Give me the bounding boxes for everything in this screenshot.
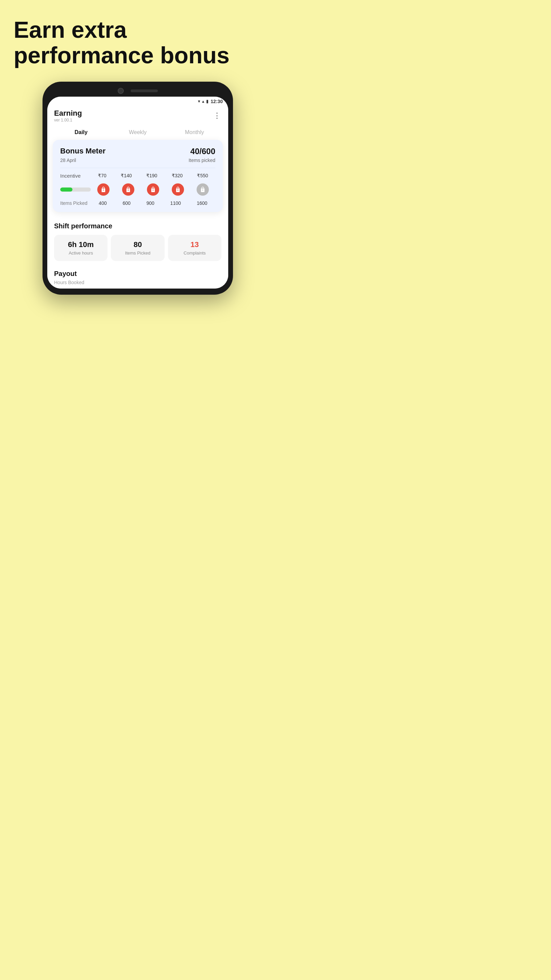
perf-items-label: Items Picked bbox=[115, 250, 160, 256]
phone-mockup: ▾ ▴ ▮ 12:30 Earning ver 1.00.1 ⋮ Daily bbox=[0, 82, 275, 295]
perf-complaints-value: 13 bbox=[172, 240, 218, 249]
phone-camera bbox=[118, 88, 124, 94]
payout-title: Payout bbox=[54, 270, 221, 278]
phone-screen: ▾ ▴ ▮ 12:30 Earning ver 1.00.1 ⋮ Daily bbox=[47, 97, 228, 288]
payout-subtitle: Hours Booked bbox=[54, 280, 221, 285]
bonus-divider bbox=[60, 168, 215, 168]
menu-dots-icon[interactable]: ⋮ bbox=[213, 111, 221, 120]
perf-complaints-label: Complaints bbox=[172, 250, 218, 256]
incentive-val-4: ₹550 bbox=[197, 173, 208, 178]
hero-section: Earn extra performance bonus bbox=[0, 0, 275, 78]
shift-performance-title: Shift performance bbox=[54, 222, 221, 230]
bonus-date: 28 April bbox=[60, 158, 76, 163]
perf-items-value: 80 bbox=[115, 240, 160, 249]
bonus-card-header: Bonus Meter 40/600 bbox=[60, 147, 215, 156]
app-title: Earning bbox=[54, 109, 82, 118]
lock-icon-4 bbox=[172, 183, 184, 196]
signal-icon: ▴ bbox=[202, 99, 205, 104]
hero-headline: Earn extra performance bonus bbox=[14, 17, 262, 68]
items-picked-val-3: 1100 bbox=[170, 200, 181, 206]
items-picked-row: Items Picked 400 600 900 1100 1600 bbox=[60, 200, 215, 206]
lock-icon-5 bbox=[197, 183, 209, 196]
app-version: ver 1.00.1 bbox=[54, 118, 82, 123]
status-bar: ▾ ▴ ▮ 12:30 bbox=[47, 97, 228, 105]
items-picked-val-0: 400 bbox=[98, 200, 106, 206]
incentive-val-0: ₹70 bbox=[98, 173, 106, 178]
phone-outer: ▾ ▴ ▮ 12:30 Earning ver 1.00.1 ⋮ Daily bbox=[43, 82, 233, 295]
phone-notch bbox=[47, 88, 228, 94]
bonus-count: 40/600 bbox=[191, 147, 215, 156]
lock-icon-3 bbox=[147, 183, 159, 196]
app-header: Earning ver 1.00.1 ⋮ bbox=[47, 105, 228, 125]
bonus-items-label: Items picked bbox=[189, 158, 215, 163]
incentive-values: ₹70 ₹140 ₹190 ₹320 ₹550 bbox=[91, 173, 215, 178]
progress-row bbox=[60, 183, 215, 196]
payout-section: Payout Hours Booked bbox=[47, 264, 228, 288]
perf-card-complaints: 13 Complaints bbox=[168, 235, 221, 261]
shift-performance-section: Shift performance 6h 10m Active hours 80… bbox=[47, 216, 228, 264]
progress-bar-fill bbox=[60, 188, 73, 192]
incentive-val-1: ₹140 bbox=[121, 173, 132, 178]
wifi-icon: ▾ bbox=[198, 99, 200, 104]
items-picked-label: Items Picked bbox=[60, 200, 91, 206]
lock-icon-2 bbox=[122, 183, 134, 196]
lock-icon-1 bbox=[97, 183, 110, 196]
bonus-card-wrapper: Bonus Meter 40/600 28 April Items picked… bbox=[47, 137, 228, 216]
incentive-label: Incentive bbox=[60, 173, 91, 179]
items-picked-values: 400 600 900 1100 1600 bbox=[91, 200, 215, 206]
lock-icons-row bbox=[91, 183, 215, 196]
perf-card-items: 80 Items Picked bbox=[111, 235, 164, 261]
status-icons: ▾ ▴ ▮ bbox=[198, 99, 208, 104]
bonus-meter-title: Bonus Meter bbox=[60, 147, 105, 156]
items-picked-val-1: 600 bbox=[122, 200, 130, 206]
performance-cards: 6h 10m Active hours 80 Items Picked 13 C… bbox=[54, 235, 221, 261]
incentive-val-3: ₹320 bbox=[172, 173, 183, 178]
app-title-block: Earning ver 1.00.1 bbox=[54, 109, 82, 123]
bonus-meter-card: Bonus Meter 40/600 28 April Items picked… bbox=[53, 140, 223, 212]
incentive-val-2: ₹190 bbox=[146, 173, 157, 178]
perf-active-hours-value: 6h 10m bbox=[58, 240, 103, 249]
progress-bar-track bbox=[60, 188, 91, 192]
incentive-row: Incentive ₹70 ₹140 ₹190 ₹320 ₹550 bbox=[60, 173, 215, 179]
phone-speaker bbox=[130, 89, 158, 92]
perf-card-hours: 6h 10m Active hours bbox=[54, 235, 108, 261]
status-time: 12:30 bbox=[211, 99, 223, 104]
battery-icon: ▮ bbox=[206, 99, 208, 104]
perf-active-hours-label: Active hours bbox=[58, 250, 103, 256]
items-picked-val-2: 900 bbox=[147, 200, 154, 206]
items-picked-val-4: 1600 bbox=[197, 200, 207, 206]
